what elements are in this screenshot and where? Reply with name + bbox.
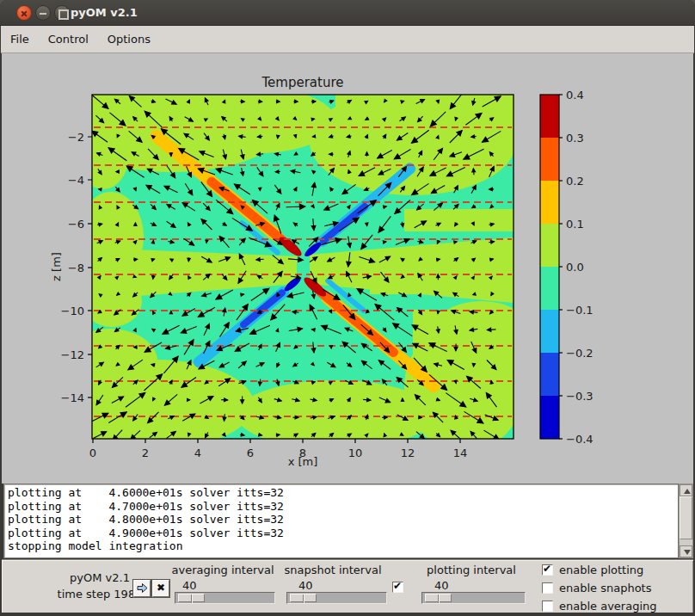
svg-text:6: 6 xyxy=(247,447,254,459)
minimize-icon[interactable] xyxy=(35,5,51,21)
app-window: pyOM v2.1 FileControlOptions Temperature… xyxy=(0,0,695,616)
svg-text:−2: −2 xyxy=(68,131,84,144)
checkmark-icon: ✔ xyxy=(393,580,402,592)
slider-thumb[interactable] xyxy=(178,594,205,602)
run-button[interactable] xyxy=(133,580,151,597)
scrollbar-thumb[interactable] xyxy=(680,496,692,539)
snapshot-interval-label: snapshot interval xyxy=(282,564,384,576)
menu-bar: FileControlOptions xyxy=(1,26,694,53)
snapshot-enable-checkbox[interactable]: ✔ xyxy=(392,582,403,593)
svg-text:0.3: 0.3 xyxy=(566,132,584,145)
maximize-icon[interactable] xyxy=(54,5,70,21)
svg-text:0.4: 0.4 xyxy=(566,89,584,102)
svg-text:z [m]: z [m] xyxy=(50,252,63,281)
averaging-interval-slider[interactable] xyxy=(175,592,275,604)
scroll-up-icon[interactable] xyxy=(680,484,692,496)
svg-text:−0.4: −0.4 xyxy=(566,433,594,446)
svg-text:4: 4 xyxy=(194,447,201,459)
slider-thumb[interactable] xyxy=(425,594,452,602)
checkbox-row-enable-plotting[interactable]: ✔enable plotting xyxy=(542,564,643,579)
checkbox-label: enable plotting xyxy=(559,564,643,576)
svg-text:0: 0 xyxy=(89,447,96,459)
checkbox[interactable] xyxy=(542,601,553,612)
svg-text:12: 12 xyxy=(401,447,415,459)
svg-text:14: 14 xyxy=(453,447,468,459)
svg-text:−6: −6 xyxy=(68,218,84,231)
scroll-down-icon[interactable] xyxy=(680,545,692,557)
svg-text:x [m]: x [m] xyxy=(288,455,318,468)
svg-text:0.1: 0.1 xyxy=(566,218,584,231)
svg-text:−4: −4 xyxy=(68,174,84,187)
checkmark-icon: ✔ xyxy=(543,563,551,575)
window-title: pyOM v2.1 xyxy=(71,0,138,25)
run-arrow-icon xyxy=(137,582,148,594)
menu-item-control[interactable]: Control xyxy=(39,26,98,52)
stop-x-icon: ✖ xyxy=(153,581,169,595)
svg-text:−8: −8 xyxy=(68,262,84,274)
averaging-interval-label: averaging interval xyxy=(171,564,274,576)
checkbox-label: enable snaphots xyxy=(559,582,652,594)
svg-text:−0.3: −0.3 xyxy=(566,390,594,403)
svg-text:−10: −10 xyxy=(61,305,84,317)
svg-text:0.2: 0.2 xyxy=(566,175,584,188)
slider-thumb[interactable] xyxy=(290,594,317,602)
svg-text:2: 2 xyxy=(142,447,149,459)
plotting-interval-label: plotting interval xyxy=(421,564,522,576)
checkbox-row-enable-averaging[interactable]: enable averaging xyxy=(542,600,657,615)
snapshot-interval-slider[interactable] xyxy=(286,592,387,604)
menu-item-options[interactable]: Options xyxy=(98,26,160,52)
svg-text:−0.1: −0.1 xyxy=(566,304,594,317)
snapshot-interval-value: 40 xyxy=(298,579,313,592)
log-area[interactable]: plotting at 4.6000e+01s solver itts=32 p… xyxy=(3,484,679,558)
log-scrollbar[interactable] xyxy=(679,484,693,558)
svg-text:−14: −14 xyxy=(61,391,84,404)
title-bar[interactable]: pyOM v2.1 xyxy=(0,0,695,26)
svg-text:−12: −12 xyxy=(61,348,84,361)
svg-text:−0.2: −0.2 xyxy=(566,347,594,360)
checkbox-row-enable-snaphots[interactable]: enable snaphots xyxy=(542,582,652,597)
svg-text:0.0: 0.0 xyxy=(566,261,584,274)
close-icon[interactable] xyxy=(16,5,32,21)
checkbox-label: enable averaging xyxy=(559,600,657,613)
menu-item-file[interactable]: File xyxy=(1,26,39,52)
svg-text:Temperature: Temperature xyxy=(261,75,343,90)
plotting-interval-value: 40 xyxy=(434,579,449,592)
checkbox[interactable] xyxy=(542,582,553,594)
temperature-plot: Temperature02468101214−2−4−6−8−10−12−14x… xyxy=(2,53,693,484)
figure-canvas: Temperature02468101214−2−4−6−8−10−12−14x… xyxy=(2,53,693,484)
control-panel: pyOM v2.1 time step 1989 ✖ averaging int… xyxy=(2,559,693,613)
plotting-interval-slider[interactable] xyxy=(421,592,526,604)
svg-text:10: 10 xyxy=(348,447,363,459)
checkbox[interactable]: ✔ xyxy=(542,564,553,576)
averaging-interval-value: 40 xyxy=(182,579,197,592)
stop-button[interactable]: ✖ xyxy=(152,580,169,597)
log-output: plotting at 4.6000e+01s solver itts=32 p… xyxy=(8,486,678,553)
